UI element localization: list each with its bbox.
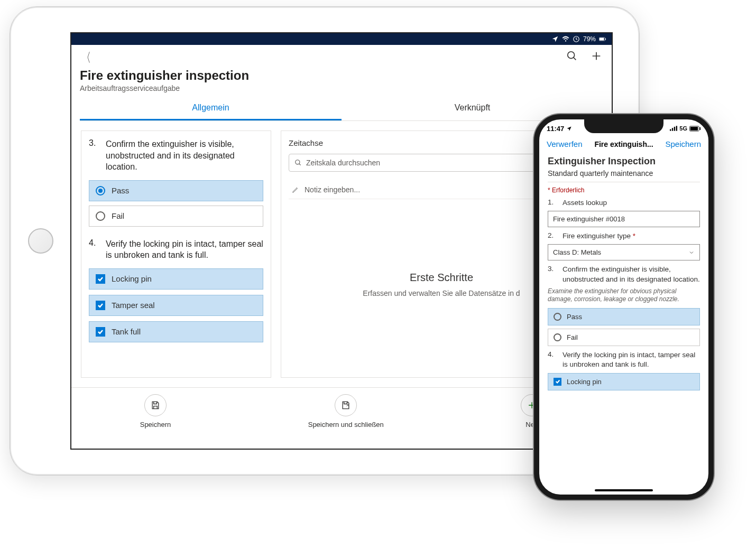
extinguisher-type-select[interactable]: Class D: Metals (548, 244, 700, 260)
svg-point-5 (296, 160, 300, 164)
option-label: Fail (112, 211, 124, 220)
home-indicator[interactable] (595, 489, 653, 491)
status-time: 11:47 (547, 125, 564, 133)
phone-notch (584, 119, 663, 133)
empty-title: Erste Schritte (410, 272, 473, 284)
svg-rect-9 (674, 127, 675, 131)
battery-percent: 79% (583, 35, 596, 43)
wifi-icon (562, 35, 569, 43)
question-number: 3. (89, 138, 98, 173)
phone-device: 11:47 5G Verwerfen Fire extinguish... Sp… (534, 114, 714, 500)
option-pass[interactable]: Pass (548, 308, 700, 325)
phone-content: Extinguisher Inspection Standard quarter… (539, 153, 708, 480)
question-text: Confirm the extinguisher is visible, uno… (106, 138, 263, 173)
page-subtype: Arbeitsauftragsserviceaufgabe (80, 84, 603, 92)
option-pass[interactable]: Pass (89, 180, 263, 201)
tab-bar: Allgemein Verknüpft (80, 97, 603, 121)
question-4: 4. Verify the locking pin is intact, tam… (548, 350, 700, 369)
check-label: Tank full (112, 327, 141, 336)
question-text: Fire extinguisher type * (563, 231, 635, 241)
check-label: Locking pin (567, 378, 602, 386)
option-label: Pass (112, 186, 129, 195)
battery-icon (599, 35, 606, 43)
question-3: 3. Confirm the extinguisher is visible, … (89, 138, 263, 227)
check-label: Tamper seal (112, 301, 155, 310)
question-text: Assets lookup (563, 198, 607, 208)
question-number: 2. (548, 231, 555, 241)
search-icon[interactable] (566, 50, 578, 62)
check-tank-full[interactable]: Tank full (89, 321, 263, 342)
radio-icon (96, 186, 105, 195)
page-header: 〈 Fire extinguisher inspection Arbeitsau… (71, 45, 612, 121)
option-label: Pass (567, 313, 582, 321)
svg-rect-10 (676, 126, 677, 131)
add-icon[interactable] (591, 50, 602, 62)
question-number: 3. (548, 265, 555, 284)
checkbox-icon (554, 378, 561, 386)
search-placeholder: Zeitskala durchsuchen (306, 159, 380, 167)
save-close-button[interactable]: Speichern und schließen (308, 394, 384, 428)
signal-icon (670, 126, 677, 131)
question-text: Confirm the extinguisher is visible, uno… (563, 265, 700, 284)
svg-point-4 (568, 52, 575, 59)
tablet-screen: 79% 〈 Fire extinguisher inspection Arbei… (70, 32, 613, 450)
note-placeholder: Notiz eingeben... (305, 185, 360, 194)
check-locking-pin[interactable]: Locking pin (548, 373, 700, 390)
location-icon (566, 126, 572, 132)
command-bar: Speichern Speichern und schließen Neu (71, 387, 612, 435)
pencil-icon (292, 186, 299, 193)
sync-icon (573, 35, 580, 43)
check-label: Locking pin (112, 274, 152, 283)
question-number: 4. (89, 238, 98, 261)
battery-icon (689, 126, 701, 132)
back-button[interactable]: 〈 (82, 49, 91, 66)
save-close-icon (340, 400, 351, 411)
svg-rect-8 (672, 128, 673, 131)
question-number: 4. (548, 350, 555, 369)
empty-text: Erfassen und verwalten Sie alle Datensät… (363, 289, 520, 297)
check-locking-pin[interactable]: Locking pin (89, 268, 263, 290)
svg-rect-13 (699, 127, 700, 129)
question-text: Verify the locking pin is intact, tamper… (106, 238, 263, 261)
svg-rect-3 (605, 39, 606, 40)
required-label: Erforderlich (548, 187, 700, 194)
page-title: Fire extinguisher inspection (80, 68, 603, 83)
svg-rect-2 (600, 38, 604, 41)
form-subtitle: Standard quarterly maintenance (548, 169, 700, 178)
network-label: 5G (679, 125, 687, 132)
phone-nav: Verwerfen Fire extinguish... Speichern (539, 137, 708, 153)
cmd-label: Speichern (140, 421, 171, 428)
svg-rect-7 (670, 129, 671, 131)
cmd-label: Speichern und schließen (308, 421, 384, 428)
question-number: 1. (548, 198, 555, 208)
check-tamper-seal[interactable]: Tamper seal (89, 295, 263, 316)
save-button[interactable]: Speichern (665, 139, 701, 148)
chevron-down-icon (688, 249, 695, 256)
search-icon (294, 159, 302, 166)
option-fail[interactable]: Fail (89, 206, 263, 227)
question-1: 1. Assets lookup (548, 198, 700, 208)
checkbox-icon (96, 327, 105, 337)
discard-button[interactable]: Verwerfen (547, 139, 583, 148)
form-title: Extinguisher Inspection (548, 156, 700, 167)
nav-title: Fire extinguish... (594, 140, 653, 148)
save-button[interactable]: Speichern (140, 394, 171, 428)
svg-rect-12 (690, 127, 698, 131)
checkbox-icon (96, 301, 105, 310)
tab-general[interactable]: Allgemein (80, 97, 342, 120)
question-4: 4. Verify the locking pin is intact, tam… (89, 238, 263, 342)
divider (548, 182, 700, 182)
question-text: Verify the locking pin is intact, tamper… (563, 350, 700, 369)
assets-lookup-input[interactable] (548, 211, 700, 227)
option-fail[interactable]: Fail (548, 329, 700, 346)
question-2: 2. Fire extinguisher type * (548, 231, 700, 241)
select-value: Class D: Metals (553, 248, 601, 256)
save-icon (150, 400, 161, 411)
tablet-home-button[interactable] (28, 228, 53, 254)
tablet-status-bar: 79% (71, 33, 612, 45)
inspection-panel: 3. Confirm the extinguisher is visible, … (81, 131, 271, 378)
radio-icon (96, 211, 105, 221)
location-icon (551, 35, 559, 43)
checkbox-icon (96, 274, 105, 284)
radio-icon (554, 333, 561, 341)
